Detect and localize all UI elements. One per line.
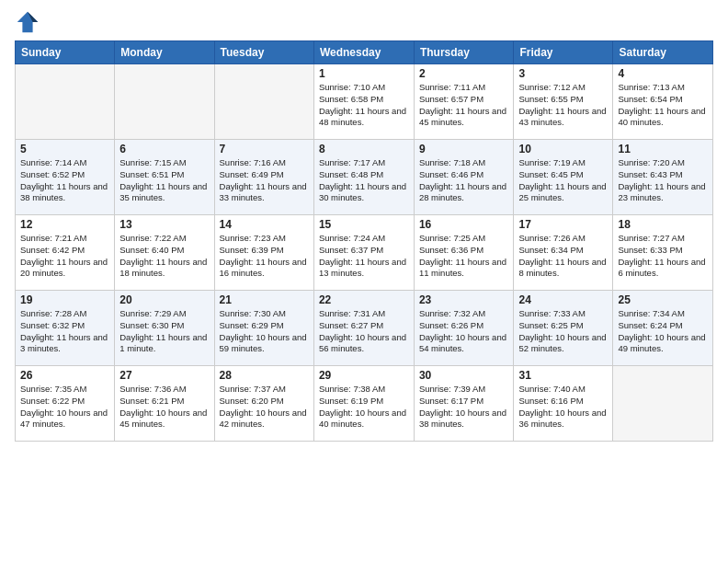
table-row: 20Sunrise: 7:29 AM Sunset: 6:30 PM Dayli… xyxy=(115,291,214,366)
day-info: Sunrise: 7:40 AM Sunset: 6:16 PM Dayligh… xyxy=(518,384,608,431)
day-number: 9 xyxy=(419,143,509,155)
calendar-table: SundayMondayTuesdayWednesdayThursdayFrid… xyxy=(15,40,713,442)
table-row: 1Sunrise: 7:10 AM Sunset: 6:58 PM Daylig… xyxy=(313,64,414,140)
table-row: 24Sunrise: 7:33 AM Sunset: 6:25 PM Dayli… xyxy=(514,291,613,366)
day-info: Sunrise: 7:18 AM Sunset: 6:46 PM Dayligh… xyxy=(419,157,509,204)
day-number: 4 xyxy=(618,67,708,80)
calendar-week-4: 19Sunrise: 7:28 AM Sunset: 6:32 PM Dayli… xyxy=(16,291,713,366)
day-number: 30 xyxy=(419,369,509,382)
day-number: 20 xyxy=(119,293,209,306)
day-info: Sunrise: 7:23 AM Sunset: 6:39 PM Dayligh… xyxy=(220,233,309,280)
day-info: Sunrise: 7:27 AM Sunset: 6:33 PM Dayligh… xyxy=(618,233,708,280)
weekday-header-wednesday: Wednesday xyxy=(313,41,414,64)
weekday-header-tuesday: Tuesday xyxy=(214,41,313,64)
table-row: 2Sunrise: 7:11 AM Sunset: 6:57 PM Daylig… xyxy=(414,64,514,140)
logo xyxy=(15,9,44,35)
day-number: 23 xyxy=(419,293,509,306)
day-number: 13 xyxy=(119,218,209,231)
table-row: 30Sunrise: 7:39 AM Sunset: 6:17 PM Dayli… xyxy=(414,366,514,442)
day-info: Sunrise: 7:17 AM Sunset: 6:48 PM Dayligh… xyxy=(319,157,409,204)
day-number: 28 xyxy=(220,369,309,382)
day-info: Sunrise: 7:33 AM Sunset: 6:25 PM Dayligh… xyxy=(518,308,608,355)
day-number: 12 xyxy=(20,218,109,231)
day-info: Sunrise: 7:22 AM Sunset: 6:40 PM Dayligh… xyxy=(119,233,209,280)
day-number: 10 xyxy=(518,143,608,155)
day-number: 29 xyxy=(319,369,409,382)
table-row: 3Sunrise: 7:12 AM Sunset: 6:55 PM Daylig… xyxy=(514,64,613,140)
day-info: Sunrise: 7:20 AM Sunset: 6:43 PM Dayligh… xyxy=(618,157,708,204)
day-number: 25 xyxy=(618,293,708,306)
day-info: Sunrise: 7:35 AM Sunset: 6:22 PM Dayligh… xyxy=(20,384,109,431)
day-info: Sunrise: 7:32 AM Sunset: 6:26 PM Dayligh… xyxy=(419,308,509,355)
table-row: 26Sunrise: 7:35 AM Sunset: 6:22 PM Dayli… xyxy=(16,366,115,442)
day-number: 21 xyxy=(220,293,309,306)
table-row: 5Sunrise: 7:14 AM Sunset: 6:52 PM Daylig… xyxy=(16,140,115,215)
weekday-header-monday: Monday xyxy=(115,41,214,64)
day-info: Sunrise: 7:28 AM Sunset: 6:32 PM Dayligh… xyxy=(20,308,109,355)
day-number: 24 xyxy=(518,293,608,306)
table-row xyxy=(613,366,713,442)
table-row xyxy=(16,64,115,140)
day-number: 8 xyxy=(319,143,409,155)
day-info: Sunrise: 7:13 AM Sunset: 6:54 PM Dayligh… xyxy=(618,82,708,129)
day-info: Sunrise: 7:38 AM Sunset: 6:19 PM Dayligh… xyxy=(319,384,409,431)
day-number: 17 xyxy=(518,218,608,231)
day-number: 16 xyxy=(419,218,509,231)
day-info: Sunrise: 7:11 AM Sunset: 6:57 PM Dayligh… xyxy=(419,82,509,129)
table-row: 8Sunrise: 7:17 AM Sunset: 6:48 PM Daylig… xyxy=(313,140,414,215)
table-row: 31Sunrise: 7:40 AM Sunset: 6:16 PM Dayli… xyxy=(514,366,613,442)
table-row: 16Sunrise: 7:25 AM Sunset: 6:36 PM Dayli… xyxy=(414,215,514,291)
day-info: Sunrise: 7:34 AM Sunset: 6:24 PM Dayligh… xyxy=(618,308,708,355)
table-row: 19Sunrise: 7:28 AM Sunset: 6:32 PM Dayli… xyxy=(16,291,115,366)
table-row xyxy=(115,64,214,140)
day-info: Sunrise: 7:12 AM Sunset: 6:55 PM Dayligh… xyxy=(518,82,608,129)
page-container: SundayMondayTuesdayWednesdayThursdayFrid… xyxy=(0,0,728,447)
table-row: 13Sunrise: 7:22 AM Sunset: 6:40 PM Dayli… xyxy=(115,215,214,291)
table-row: 6Sunrise: 7:15 AM Sunset: 6:51 PM Daylig… xyxy=(115,140,214,215)
calendar-week-2: 5Sunrise: 7:14 AM Sunset: 6:52 PM Daylig… xyxy=(16,140,713,215)
day-info: Sunrise: 7:16 AM Sunset: 6:49 PM Dayligh… xyxy=(220,157,309,204)
table-row: 10Sunrise: 7:19 AM Sunset: 6:45 PM Dayli… xyxy=(514,140,613,215)
day-number: 6 xyxy=(119,143,209,155)
weekday-header-friday: Friday xyxy=(514,41,613,64)
weekday-header-sunday: Sunday xyxy=(16,41,115,64)
logo-icon xyxy=(15,9,40,35)
table-row: 29Sunrise: 7:38 AM Sunset: 6:19 PM Dayli… xyxy=(313,366,414,442)
day-number: 11 xyxy=(618,143,708,155)
table-row: 9Sunrise: 7:18 AM Sunset: 6:46 PM Daylig… xyxy=(414,140,514,215)
day-info: Sunrise: 7:15 AM Sunset: 6:51 PM Dayligh… xyxy=(119,157,209,204)
day-number: 14 xyxy=(220,218,309,231)
table-row: 21Sunrise: 7:30 AM Sunset: 6:29 PM Dayli… xyxy=(214,291,313,366)
day-number: 22 xyxy=(319,293,409,306)
calendar-week-1: 1Sunrise: 7:10 AM Sunset: 6:58 PM Daylig… xyxy=(16,64,713,140)
day-number: 7 xyxy=(220,143,309,155)
day-info: Sunrise: 7:29 AM Sunset: 6:30 PM Dayligh… xyxy=(119,308,209,355)
table-row: 11Sunrise: 7:20 AM Sunset: 6:43 PM Dayli… xyxy=(613,140,713,215)
day-number: 3 xyxy=(518,67,608,80)
header xyxy=(15,9,713,35)
table-row: 25Sunrise: 7:34 AM Sunset: 6:24 PM Dayli… xyxy=(613,291,713,366)
day-info: Sunrise: 7:21 AM Sunset: 6:42 PM Dayligh… xyxy=(20,233,109,280)
day-info: Sunrise: 7:39 AM Sunset: 6:17 PM Dayligh… xyxy=(419,384,509,431)
weekday-header-row: SundayMondayTuesdayWednesdayThursdayFrid… xyxy=(16,41,713,64)
table-row: 28Sunrise: 7:37 AM Sunset: 6:20 PM Dayli… xyxy=(214,366,313,442)
day-number: 2 xyxy=(419,67,509,80)
calendar-week-3: 12Sunrise: 7:21 AM Sunset: 6:42 PM Dayli… xyxy=(16,215,713,291)
day-number: 27 xyxy=(119,369,209,382)
day-info: Sunrise: 7:14 AM Sunset: 6:52 PM Dayligh… xyxy=(20,157,109,204)
table-row: 18Sunrise: 7:27 AM Sunset: 6:33 PM Dayli… xyxy=(613,215,713,291)
day-info: Sunrise: 7:25 AM Sunset: 6:36 PM Dayligh… xyxy=(419,233,509,280)
day-number: 31 xyxy=(518,369,608,382)
table-row: 15Sunrise: 7:24 AM Sunset: 6:37 PM Dayli… xyxy=(313,215,414,291)
day-info: Sunrise: 7:19 AM Sunset: 6:45 PM Dayligh… xyxy=(518,157,608,204)
table-row: 7Sunrise: 7:16 AM Sunset: 6:49 PM Daylig… xyxy=(214,140,313,215)
day-info: Sunrise: 7:36 AM Sunset: 6:21 PM Dayligh… xyxy=(119,384,209,431)
day-info: Sunrise: 7:37 AM Sunset: 6:20 PM Dayligh… xyxy=(220,384,309,431)
weekday-header-thursday: Thursday xyxy=(414,41,514,64)
day-number: 5 xyxy=(20,143,109,155)
table-row xyxy=(214,64,313,140)
table-row: 27Sunrise: 7:36 AM Sunset: 6:21 PM Dayli… xyxy=(115,366,214,442)
day-number: 1 xyxy=(319,67,409,80)
calendar-week-5: 26Sunrise: 7:35 AM Sunset: 6:22 PM Dayli… xyxy=(16,366,713,442)
day-info: Sunrise: 7:31 AM Sunset: 6:27 PM Dayligh… xyxy=(319,308,409,355)
